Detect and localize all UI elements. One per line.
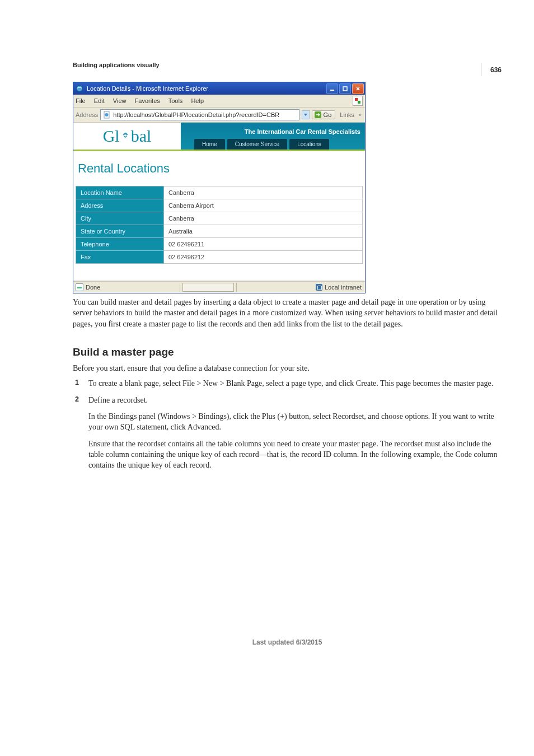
row-value: Canberra [164,186,363,199]
row-label: Telephone [76,238,164,251]
webpage-content: Gl bal The International Car Rental Spec… [73,123,365,281]
section-heading: Build a master page [73,346,502,358]
row-label: City [76,212,164,225]
menu-edit[interactable]: Edit [94,97,105,104]
address-dropdown-icon[interactable] [302,110,310,119]
site-logo: Gl bal [73,123,181,150]
table-row: Fax02 62496212 [76,251,363,264]
page-heading: Rental Locations [78,161,365,176]
table-row: AddressCanberra Airport [76,199,363,212]
menubar: File Edit View Favorites Tools Help [73,95,365,108]
tab-locations[interactable]: Locations [289,139,329,150]
page-icon [103,111,111,119]
row-label: Fax [76,251,164,264]
browser-screenshot: Location Details - Microsoft Internet Ex… [73,82,366,293]
go-label: Go [324,111,332,118]
step-text: To create a blank page, select File > Ne… [88,379,493,388]
row-label: Address [76,199,164,212]
step-subtext: In the Bindings panel (Windows > Binding… [88,411,502,433]
done-icon [76,283,83,291]
logo-text-right: bal [131,127,152,146]
tab-home[interactable]: Home [194,139,225,150]
progress-pane [182,283,234,292]
menu-file[interactable]: File [76,97,86,104]
gear-icon [121,132,130,141]
site-tabs: Home Customer Service Locations [181,137,365,150]
step-text: Define a recordset. [88,396,148,404]
address-label: Address [76,111,98,118]
site-tagline: The International Car Rental Specialists [181,126,365,137]
row-value: Australia [164,225,363,238]
address-input[interactable]: http://localhost/GlobalPHP/locationDetai… [100,109,299,120]
section-intro: Before you start, ensure that you define… [73,363,502,374]
menu-favorites[interactable]: Favorites [135,97,160,104]
step-subtext: Ensure that the recordset contains all t… [88,438,502,471]
table-row: Location NameCanberra [76,186,363,199]
row-value: 02 62496211 [164,238,363,251]
links-chevron-icon[interactable]: » [358,112,363,118]
menu-tools[interactable]: Tools [168,97,183,104]
row-value: Canberra Airport [164,199,363,212]
step-item: Define a recordset. In the Bindings pane… [73,395,502,471]
row-value: 02 62496212 [164,251,363,264]
caption-paragraph: You can build master and detail pages by… [73,297,502,329]
header-divider [481,63,481,76]
row-value: Canberra [164,212,363,225]
menu-view[interactable]: View [113,97,127,104]
status-zone-text: Local intranet [325,284,362,291]
step-item: To create a blank page, select File > Ne… [73,378,502,389]
page-footer: Last updated 6/3/2015 [73,638,502,646]
window-title: Location Details - Microsoft Internet Ex… [87,85,208,92]
windows-flag-icon [353,96,363,106]
go-arrow-icon: ➔ [315,111,321,118]
links-label[interactable]: Links [340,111,354,118]
svg-point-4 [105,113,109,116]
window-titlebar: Location Details - Microsoft Internet Ex… [73,82,365,95]
tab-customer-service[interactable]: Customer Service [227,139,287,150]
zone-icon [316,284,322,291]
ie-icon [76,85,83,92]
minimize-button[interactable] [326,83,338,94]
row-label: Location Name [76,186,164,199]
accent-line [73,150,365,151]
go-button[interactable]: ➔ Go [312,110,336,119]
table-row: State or CountryAustralia [76,225,363,238]
menu-help[interactable]: Help [191,97,204,104]
svg-rect-1 [330,90,334,91]
status-bar: Done Local intranet [73,281,365,293]
table-row: Telephone02 62496211 [76,238,363,251]
close-button[interactable] [352,83,364,94]
status-done-text: Done [86,284,100,291]
address-url: http://localhost/GlobalPHP/locationDetai… [113,111,279,118]
location-table: Location NameCanberra AddressCanberra Ai… [76,186,363,264]
row-label: State or Country [76,225,164,238]
page-number: 636 [490,66,502,74]
table-row: CityCanberra [76,212,363,225]
svg-rect-2 [343,87,347,91]
running-header: Building applications visually [73,62,502,68]
maximize-button[interactable] [339,83,351,94]
logo-text-left: Gl [103,127,120,146]
svg-point-0 [77,86,83,92]
address-bar: Address http://localhost/GlobalPHP/locat… [73,108,365,123]
